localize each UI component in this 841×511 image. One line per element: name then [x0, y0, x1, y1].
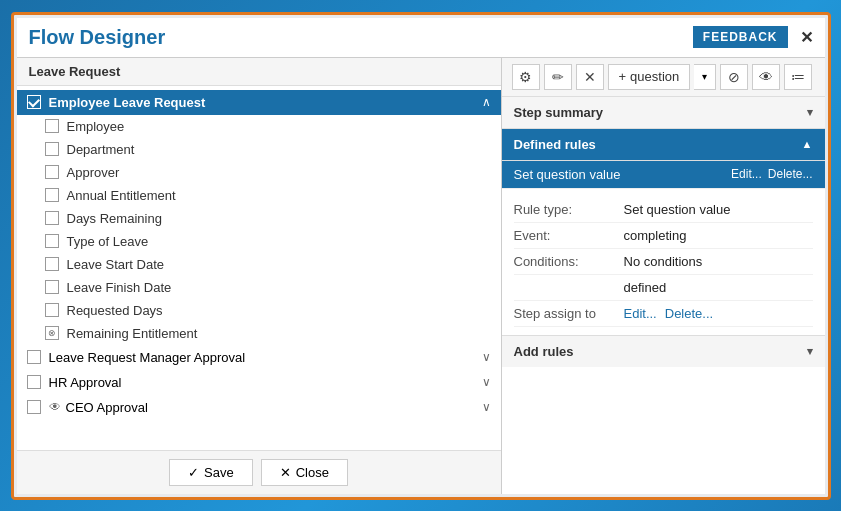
- sub-item-leave-start-date[interactable]: Leave Start Date: [17, 253, 501, 276]
- times-button[interactable]: ✕: [576, 64, 604, 90]
- group-employee-leave-request[interactable]: Employee Leave Request ∧: [17, 90, 501, 115]
- pencil-button[interactable]: ✏: [544, 64, 572, 90]
- sub-item-remaining-entitlement[interactable]: ⊗ Remaining Entitlement: [17, 322, 501, 345]
- sub-item-approver[interactable]: Approver: [17, 161, 501, 184]
- question-label: question: [630, 69, 679, 84]
- rule-actions-set-question-value: Edit... Delete...: [731, 167, 812, 181]
- sub-item-requested-days[interactable]: Requested Days: [17, 299, 501, 322]
- checkbox-leave-finish-date[interactable]: [45, 280, 59, 294]
- feedback-button[interactable]: FEEDBACK: [693, 26, 788, 48]
- app-title: Flow Designer: [29, 26, 166, 49]
- save-label: Save: [204, 465, 234, 480]
- checkbox-days-remaining[interactable]: [45, 211, 59, 225]
- group-label-leave-request-manager-approval: Leave Request Manager Approval: [49, 350, 482, 365]
- sub-item-leave-finish-date[interactable]: Leave Finish Date: [17, 276, 501, 299]
- edit-link-set-question-value[interactable]: Edit...: [731, 167, 762, 181]
- detail-row-event: Event: completing: [514, 223, 813, 249]
- checkbox-hr-approval[interactable]: [27, 375, 41, 389]
- sub-item-type-of-leave[interactable]: Type of Leave: [17, 230, 501, 253]
- label-approver: Approver: [67, 165, 120, 180]
- detail-label-step-assign-to: Step assign to: [514, 306, 624, 321]
- checkbox-department[interactable]: [45, 142, 59, 156]
- checkbox-employee[interactable]: [45, 119, 59, 133]
- checkbox-approver[interactable]: [45, 165, 59, 179]
- checkbox-type-of-leave[interactable]: [45, 234, 59, 248]
- window-close-button[interactable]: ✕: [800, 28, 813, 47]
- right-panel: ⚙ ✏ ✕ + question ▾: [502, 58, 825, 494]
- add-rules-chevron: ▾: [807, 345, 813, 358]
- rules-list: Set question value Edit... Delete... Rul…: [502, 161, 825, 335]
- save-button[interactable]: ✓ Save: [169, 459, 253, 486]
- outer-border: Flow Designer FEEDBACK ✕ Leave Request E…: [11, 12, 831, 500]
- question-button[interactable]: + question: [608, 64, 691, 90]
- label-employee: Employee: [67, 119, 125, 134]
- gear-button[interactable]: ⚙: [512, 64, 540, 90]
- add-rules-section[interactable]: Add rules ▾: [502, 335, 825, 367]
- checkbox-requested-days[interactable]: [45, 303, 59, 317]
- sub-item-annual-entitlement[interactable]: Annual Entitlement: [17, 184, 501, 207]
- close-button[interactable]: ✕ Close: [261, 459, 348, 486]
- save-icon: ✓: [188, 465, 199, 480]
- gear-icon: ⚙: [519, 69, 532, 85]
- detail-value-event: completing: [624, 228, 813, 243]
- remaining-entitlement-icon: ⊗: [45, 326, 59, 340]
- eye-button[interactable]: 👁: [752, 64, 780, 90]
- step-summary-chevron: ▾: [807, 106, 813, 119]
- step-summary-header[interactable]: Step summary ▾: [502, 97, 825, 129]
- detail-label-conditions: Conditions:: [514, 254, 624, 269]
- left-list: Employee Leave Request ∧ Employee Depart…: [17, 86, 501, 450]
- step-assign-to-edit[interactable]: Edit...: [624, 306, 657, 321]
- title-bar-right: FEEDBACK ✕: [693, 26, 813, 48]
- detail-value-rule-type: Set question value: [624, 202, 813, 217]
- label-leave-finish-date: Leave Finish Date: [67, 280, 172, 295]
- label-days-remaining: Days Remaining: [67, 211, 162, 226]
- checkbox-annual-entitlement[interactable]: [45, 188, 59, 202]
- label-annual-entitlement: Annual Entitlement: [67, 188, 176, 203]
- checkbox-ceo-approval[interactable]: [27, 400, 41, 414]
- label-requested-days: Requested Days: [67, 303, 163, 318]
- group-label-hr-approval: HR Approval: [49, 375, 482, 390]
- label-remaining-entitlement: Remaining Entitlement: [67, 326, 198, 341]
- left-panel: Leave Request Employee Leave Request ∧ E…: [17, 58, 502, 494]
- group-chevron-leave-request-manager-approval: ∨: [482, 350, 491, 364]
- delete-link-set-question-value[interactable]: Delete...: [768, 167, 813, 181]
- group-chevron-employee-leave-request: ∧: [482, 95, 491, 109]
- checkbox-leave-start-date[interactable]: [45, 257, 59, 271]
- sub-item-days-remaining[interactable]: Days Remaining: [17, 207, 501, 230]
- group-ceo-approval[interactable]: 👁 CEO Approval ∨: [17, 395, 501, 420]
- add-rules-label: Add rules: [514, 344, 574, 359]
- times-icon: ✕: [584, 69, 596, 85]
- ban-button[interactable]: ⊘: [720, 64, 748, 90]
- rule-set-question-value[interactable]: Set question value Edit... Delete...: [502, 161, 825, 189]
- defined-rules-header[interactable]: Defined rules ▲: [502, 129, 825, 161]
- ceo-approval-eye-icon: 👁: [49, 400, 61, 414]
- left-panel-header: Leave Request: [17, 58, 501, 86]
- ban-icon: ⊘: [728, 69, 740, 85]
- question-dropdown[interactable]: ▾: [694, 64, 716, 90]
- left-footer: ✓ Save ✕ Close: [17, 450, 501, 494]
- sliders-button[interactable]: ≔: [784, 64, 812, 90]
- sub-item-employee[interactable]: Employee: [17, 115, 501, 138]
- right-toolbar: ⚙ ✏ ✕ + question ▾: [502, 58, 825, 97]
- sliders-icon: ≔: [791, 69, 805, 85]
- sub-item-department[interactable]: Department: [17, 138, 501, 161]
- rule-label-set-question-value: Set question value: [514, 167, 621, 182]
- detail-row-step-assign-to: Step assign to Edit... Delete...: [514, 301, 813, 327]
- group-hr-approval[interactable]: HR Approval ∨: [17, 370, 501, 395]
- step-assign-to-delete[interactable]: Delete...: [665, 306, 713, 321]
- detail-row-conditions-cont: defined: [514, 275, 813, 301]
- eye-icon: 👁: [759, 69, 773, 85]
- defined-rules-label: Defined rules: [514, 137, 596, 152]
- flow-designer-window: Flow Designer FEEDBACK ✕ Leave Request E…: [17, 18, 825, 494]
- step-assign-to-actions: Edit... Delete...: [624, 306, 813, 321]
- group-label-ceo-approval: CEO Approval: [66, 400, 482, 415]
- label-leave-start-date: Leave Start Date: [67, 257, 165, 272]
- right-body: Step summary ▾ Defined rules ▲ Set quest…: [502, 97, 825, 494]
- group-leave-request-manager-approval[interactable]: Leave Request Manager Approval ∨: [17, 345, 501, 370]
- detail-value-conditions-cont: defined: [624, 280, 813, 295]
- detail-label-event: Event:: [514, 228, 624, 243]
- pencil-icon: ✏: [552, 69, 564, 85]
- checkbox-leave-request-manager-approval[interactable]: [27, 350, 41, 364]
- group-checkbox-employee-leave-request[interactable]: [27, 95, 41, 109]
- close-label: Close: [296, 465, 329, 480]
